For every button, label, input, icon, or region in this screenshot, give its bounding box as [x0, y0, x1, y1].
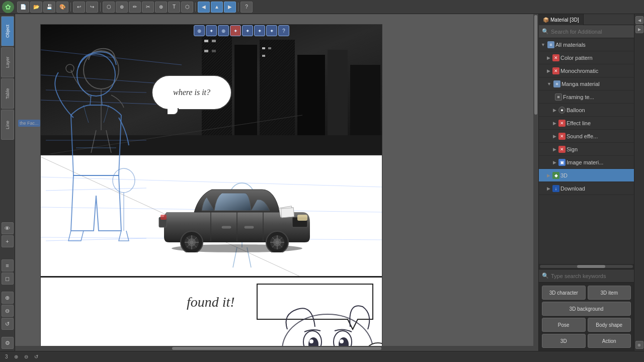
toolbar-btn-blur[interactable]: ⬡ — [181, 2, 193, 13]
canvas-tool-6[interactable]: ✦ — [254, 25, 265, 36]
canvas-tool-5[interactable]: ✦ — [242, 25, 253, 36]
btn-3d-item[interactable]: 3D item — [588, 286, 631, 300]
btn-3d-background[interactable]: 3D background — [542, 302, 631, 316]
left-tab-table[interactable]: Table — [1, 78, 14, 109]
toolbar-btn-text[interactable]: T — [168, 2, 180, 13]
left-icon-eye[interactable]: 👁 — [2, 222, 14, 234]
canvas-tool-3[interactable]: ⊕ — [218, 25, 229, 36]
toolbar-btn-fill[interactable]: ⊕ — [155, 2, 167, 13]
tree-item-color-pattern[interactable]: ▶ ✕ Color pattern — [539, 51, 634, 64]
status-zoom-in[interactable]: ⊕ — [12, 354, 20, 359]
ri-btn-3[interactable]: ⊕ — [635, 341, 643, 349]
left-tab-line[interactable]: Line — [1, 110, 14, 140]
material-tree: ▼ ≡ All materials ▶ ✕ Color pattern ▶ ✕ … — [539, 38, 634, 264]
tree-item-sound-effect[interactable]: ▶ ✕ Sound effe... — [539, 130, 634, 143]
svg-line-83 — [46, 238, 146, 241]
balloon-arrow: ▶ — [553, 108, 556, 113]
bottom-search-input[interactable] — [551, 273, 631, 279]
image-material-icon: ▣ — [558, 159, 566, 166]
svg-line-86 — [101, 95, 102, 105]
toolbar-btn-transform[interactable]: ⊕ — [116, 2, 128, 13]
monochromatic-label: Monochromatic — [560, 68, 632, 74]
toolbar-btn-nav2[interactable]: ▲ — [211, 2, 223, 13]
canvas-tool-4[interactable]: ✦ — [230, 25, 241, 36]
left-icon-plus[interactable]: + — [2, 235, 14, 247]
tree-item-3d[interactable]: ▶ ◆ 3D — [539, 169, 634, 182]
left-icon-eraser[interactable]: ◻ — [2, 273, 14, 285]
left-icon-brush[interactable]: ≡ — [2, 259, 14, 272]
toolbar-btn-nav1[interactable]: ◀ — [198, 2, 210, 13]
svg-point-84 — [77, 54, 115, 96]
toolbar-btn-nav3[interactable]: ▶ — [224, 2, 236, 13]
toolbar-btn-open[interactable]: 📂 — [30, 2, 42, 13]
canvas-tool-1[interactable]: ⊕ — [194, 25, 205, 36]
status-zoom-out[interactable]: ⊖ — [22, 354, 30, 359]
toolbar-btn-help[interactable]: ? — [240, 2, 253, 13]
canvas-tool-7[interactable]: ✦ — [266, 25, 277, 36]
panel-tab-material[interactable]: 📦 Material [3D] — [539, 14, 584, 25]
btn-3d[interactable]: 3D — [542, 334, 586, 348]
download-arrow: ▶ — [547, 186, 550, 191]
tree-item-root[interactable]: ▼ ≡ All materials — [539, 38, 634, 51]
monochromatic-icon: ✕ — [552, 67, 559, 74]
tree-item-manga-material[interactable]: ▼ ≡ Manga material — [539, 77, 634, 90]
svg-point-88 — [113, 168, 135, 193]
material-search-bar[interactable]: 🔍 — [539, 25, 634, 38]
left-tab-object[interactable]: Object — [1, 16, 14, 46]
canvas-hscroll[interactable] — [15, 346, 538, 351]
btn-pose[interactable]: Pose — [542, 318, 586, 332]
left-icon-misc[interactable]: ⚙ — [2, 337, 14, 349]
toolbar-btn-save[interactable]: 💾 — [43, 2, 55, 13]
toolbar-btn-cut[interactable]: ✂ — [142, 2, 154, 13]
svg-rect-12 — [204, 50, 208, 52]
toolbar-btn-redo[interactable]: ↪ — [86, 2, 98, 13]
ri-btn-1[interactable]: ◀ — [635, 16, 643, 24]
tree-item-monochromatic[interactable]: ▶ ✕ Monochromatic — [539, 64, 634, 77]
toolbar-btn-undo[interactable]: ↩ — [73, 2, 85, 13]
material-search-input[interactable] — [551, 29, 631, 35]
tree-item-effect-line[interactable]: ▶ ✕ Effect line — [539, 117, 634, 130]
asset-btn-row-1: 3D character 3D item — [542, 286, 631, 300]
btn-action[interactable]: Action — [588, 334, 631, 348]
toolbar-btn-color[interactable]: 🎨 — [56, 2, 68, 13]
svg-line-85 — [90, 95, 91, 105]
ri-btn-2[interactable]: ▶ — [635, 25, 643, 33]
status-rotate[interactable]: ↺ — [32, 354, 40, 359]
svg-rect-48 — [245, 226, 254, 228]
left-icon-rotate[interactable]: ↺ — [2, 318, 14, 330]
left-icon-zoom-in[interactable]: ⊕ — [2, 292, 14, 304]
svg-rect-51 — [297, 215, 307, 221]
btn-body-shape[interactable]: Body shape — [588, 318, 631, 332]
color-pattern-arrow: ▶ — [547, 55, 550, 60]
btn-3d-character[interactable]: 3D character — [542, 286, 586, 300]
canvas-tool-8[interactable]: ? — [278, 25, 289, 36]
found-it-text: found it! — [187, 294, 235, 310]
asset-btn-row-2: 3D background — [542, 302, 631, 316]
effect-line-label: Effect line — [567, 120, 632, 126]
tree-item-download[interactable]: ▶ ↓ Download — [539, 182, 634, 195]
left-tab-layer[interactable]: Layer — [1, 47, 14, 77]
left-icon-zoom-out[interactable]: ⊖ — [2, 305, 14, 317]
svg-rect-11 — [212, 40, 216, 42]
app-logo: ✿ — [2, 1, 14, 13]
svg-rect-7 — [297, 55, 325, 135]
canvas-tool-2[interactable]: ✦ — [206, 25, 217, 36]
toolbar-btn-new[interactable]: 📄 — [17, 2, 29, 13]
tree-item-balloon[interactable]: ▶ ● Balloon — [539, 104, 634, 117]
sign-arrow: ▶ — [553, 147, 556, 152]
root-arrow: ▼ — [541, 42, 545, 47]
svg-rect-13 — [212, 50, 216, 52]
material-hscrollbar[interactable] — [539, 264, 634, 269]
canvas-area[interactable]: the Fac... ⊕ ✦ ⊕ ✦ ✦ ✦ ✦ ? — [15, 14, 538, 351]
toolbar-btn-select[interactable]: ⬡ — [103, 2, 115, 13]
canvas-vscroll[interactable] — [533, 14, 538, 346]
tree-item-sign[interactable]: ▶ ✕ Sign — [539, 143, 634, 156]
status-number: 3 — [3, 354, 10, 359]
material-bottom-search[interactable]: 🔍 — [539, 269, 634, 282]
toolbar-btn-pen[interactable]: ✏ — [129, 2, 141, 13]
svg-rect-16 — [262, 55, 265, 57]
manga-page: where is it? — [41, 25, 382, 351]
tree-item-image-material[interactable]: ▶ ▣ Image materi... — [539, 156, 634, 169]
image-material-label: Image materi... — [567, 159, 632, 165]
tree-item-framing[interactable]: ≡ Framing te... — [539, 90, 634, 104]
